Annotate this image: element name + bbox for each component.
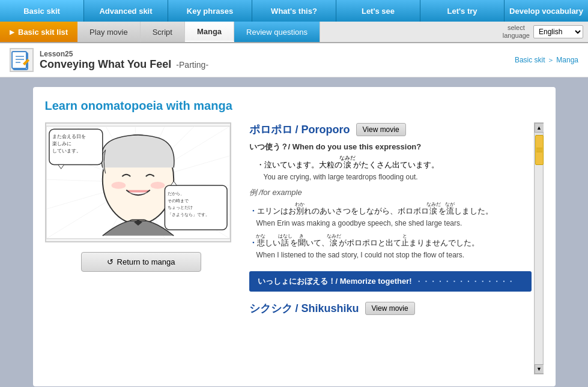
svg-text:その時まで: その時まで bbox=[168, 198, 189, 203]
view-movie-button-shikushiku[interactable]: View movie bbox=[365, 302, 415, 315]
svg-text:ちょっとだけ: ちょっとだけ bbox=[168, 205, 193, 210]
vocab-title-row: ポロポロ / Poroporo View movie bbox=[249, 122, 532, 137]
language-select[interactable]: English Japanese bbox=[533, 25, 583, 38]
nav-basic-skit[interactable]: Basic skit bbox=[0, 0, 84, 22]
tab-script[interactable]: Script bbox=[141, 22, 185, 42]
scroll-down-button[interactable]: ▼ bbox=[535, 364, 544, 374]
breadcrumb-manga: Manga bbox=[556, 56, 578, 64]
vocab-entry-shikushiku: シクシク / Shikushiku View movie bbox=[249, 301, 532, 316]
nav-whats-this[interactable]: What's this? bbox=[252, 0, 336, 22]
vocab-word-shikushiku: シクシク / Shikushiku bbox=[249, 301, 359, 316]
scroll-thumb[interactable] bbox=[535, 135, 544, 165]
svg-point-24 bbox=[111, 182, 126, 189]
example-item-2: ・悲かなしい話はなしを聞きいて、涙なみだがポロポロと出て止とまりませんでした。 … bbox=[249, 233, 532, 259]
memorize-bar: いっしょにおぼえる！/ Memorize together! · · · · ·… bbox=[249, 271, 532, 292]
manga-image: また会える日を 楽しみに しています。 だから、 その時まで ちょっとだけ 「さ… bbox=[45, 122, 231, 242]
svg-text:「さようなら」です。: 「さようなら」です。 bbox=[168, 212, 210, 217]
vocab-title-row-2: シクシク / Shikushiku View movie bbox=[249, 301, 532, 316]
nav-lets-see[interactable]: Let's see bbox=[336, 0, 420, 22]
sub-navigation: ▶ Basic skit list Play movie Script Mang… bbox=[0, 22, 588, 43]
nav-lets-try[interactable]: Let's try bbox=[420, 0, 505, 22]
example-title: 例 /for example bbox=[249, 187, 532, 198]
example-item-1: ・エリンはお別わかれのあいさつをしながら、ボロボロ涙なみだを流ながしました。 W… bbox=[249, 202, 532, 227]
memorize-dots: · · · · · · · · · · · · · · bbox=[418, 277, 514, 286]
svg-text:楽しみに: 楽しみに bbox=[52, 141, 71, 146]
nav-key-phrases[interactable]: Key phrases bbox=[168, 0, 252, 22]
vocab-panel: ポロポロ / Poroporo View movie いつ使う？/ When d… bbox=[249, 122, 544, 374]
svg-text:また会える日を: また会える日を bbox=[52, 134, 85, 139]
return-to-manga-button[interactable]: ↺ Return to manga bbox=[81, 252, 201, 272]
nav-develop-vocab[interactable]: Develop vocabulary bbox=[505, 0, 588, 22]
select-language-label: select language bbox=[503, 24, 530, 40]
scroll-up-button[interactable]: ▲ bbox=[535, 123, 544, 133]
svg-point-25 bbox=[150, 182, 165, 189]
scrollbar: ▲ ▼ bbox=[534, 122, 544, 374]
example-section: 例 /for example ・エリンはお別わかれのあいさつをしながら、ボロボロ… bbox=[249, 187, 532, 259]
basic-skit-list-badge[interactable]: ▶ Basic skit list bbox=[0, 22, 77, 42]
nav-advanced-skit[interactable]: Advanced skit bbox=[84, 0, 168, 22]
lesson-header: Lesson25 Conveying What You Feel -Partin… bbox=[0, 43, 588, 77]
svg-text:だから、: だから、 bbox=[168, 191, 184, 196]
example-jp-1: ・エリンはお別わかれのあいさつをしながら、ボロボロ涙なみだを流ながしました。 bbox=[249, 202, 532, 219]
usage-title: いつ使う？/ When do you use this expression? bbox=[249, 142, 532, 152]
vocab-entry-poroporo: ポロポロ / Poroporo View movie いつ使う？/ When d… bbox=[249, 122, 532, 259]
tab-manga[interactable]: Manga bbox=[185, 22, 234, 42]
usage-jp: ・泣いています。大粒の涙なみだがたくさん出ています。 bbox=[256, 155, 532, 172]
return-icon: ↺ bbox=[107, 257, 114, 266]
svg-rect-1 bbox=[12, 52, 26, 68]
manga-illustration: また会える日を 楽しみに しています。 だから、 その時まで ちょっとだけ 「さ… bbox=[46, 125, 230, 239]
breadcrumb-basic-skit: Basic skit bbox=[515, 56, 545, 64]
manga-panel: また会える日を 楽しみに しています。 だから、 その時まで ちょっとだけ 「さ… bbox=[45, 122, 237, 374]
memorize-text: いっしょにおぼえる！/ Memorize together! bbox=[258, 276, 412, 287]
top-navigation: Basic skit Advanced skit Key phrases Wha… bbox=[0, 0, 588, 22]
example-en-2: When I listened to the sad story, I coul… bbox=[256, 251, 532, 259]
tab-play-movie[interactable]: Play movie bbox=[77, 22, 141, 42]
usage-en: You are crying, with large teardrops flo… bbox=[264, 173, 532, 181]
view-movie-button-poroporo[interactable]: View movie bbox=[356, 123, 406, 136]
lesson-subtitle: -Parting- bbox=[176, 60, 208, 70]
tab-review-questions[interactable]: Review questions bbox=[234, 22, 320, 42]
vocab-word-poroporo: ポロポロ / Poroporo bbox=[249, 122, 350, 137]
main-content: Learn onomatopoeia with manga bbox=[0, 77, 588, 387]
breadcrumb: Basic skit ＞ Manga bbox=[515, 55, 578, 65]
lesson-title-block: Lesson25 Conveying What You Feel -Partin… bbox=[40, 50, 208, 71]
lesson-icon bbox=[10, 48, 34, 72]
lesson-title: Conveying What You Feel bbox=[40, 58, 171, 71]
lesson-info: Lesson25 Conveying What You Feel -Partin… bbox=[10, 48, 208, 72]
lesson-number: Lesson25 bbox=[40, 50, 208, 58]
content-layout: また会える日を 楽しみに しています。 だから、 その時まで ちょっとだけ 「さ… bbox=[45, 122, 544, 374]
example-jp-2: ・悲かなしい話はなしを聞きいて、涙なみだがポロポロと出て止とまりませんでした。 bbox=[249, 233, 532, 251]
page-title: Learn onomatopoeia with manga bbox=[45, 99, 544, 113]
language-selector-area: select language English Japanese bbox=[498, 22, 588, 42]
svg-text:しています。: しています。 bbox=[52, 148, 80, 154]
example-en-1: When Erin was making a goodbye speech, s… bbox=[256, 219, 532, 227]
usage-section: いつ使う？/ When do you use this expression? … bbox=[249, 142, 532, 181]
content-box: Learn onomatopoeia with manga bbox=[33, 87, 556, 386]
